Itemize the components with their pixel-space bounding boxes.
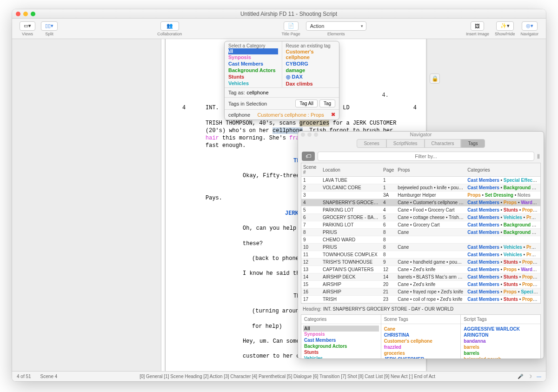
shortcuts-hint: [0] General [1] Scene Heading [2] Action… bbox=[66, 374, 508, 379]
list-item[interactable]: barrels bbox=[464, 344, 538, 350]
table-row[interactable]: 9CHEMO WARD8 bbox=[301, 236, 540, 244]
minimize-icon[interactable] bbox=[23, 12, 28, 16]
list-item[interactable]: Customer's cellphone bbox=[384, 338, 458, 344]
title-page-button[interactable]: 📄 bbox=[284, 21, 299, 31]
table-row[interactable]: 6GROCERY STORE - BACK OF...5Cane • cotta… bbox=[301, 214, 540, 221]
list-item[interactable]: AGGRESSIVE WARLOCK bbox=[464, 326, 538, 332]
table-row[interactable]: 33AHamburger HelperProps • Set Dressing … bbox=[301, 192, 540, 199]
existing-tag-item[interactable]: damage bbox=[286, 67, 336, 73]
remove-tag-icon[interactable]: ✖ bbox=[331, 112, 335, 118]
list-item[interactable]: JERK CUSTOMER bbox=[384, 356, 458, 359]
list-item[interactable]: bandanna bbox=[464, 338, 538, 344]
column-header[interactable]: Location bbox=[321, 163, 381, 177]
tag-all-button[interactable]: Tag All bbox=[295, 100, 317, 107]
column-header[interactable]: Page bbox=[381, 163, 396, 177]
window-controls[interactable] bbox=[16, 12, 35, 16]
table-row[interactable]: 11TOWNHOUSE COMPLEX8Cast Members • Vehic… bbox=[301, 251, 540, 259]
navigator-tabs: ScenesScriptNotesCharactersTags bbox=[298, 137, 544, 150]
scene-table[interactable]: Scene #LocationPagePropsCategories 1LAVA… bbox=[301, 163, 541, 304]
scene-num-left: 4 bbox=[182, 104, 186, 112]
category-item[interactable]: Background Actors bbox=[228, 67, 278, 73]
mic-icon[interactable]: 🎤 bbox=[518, 374, 523, 379]
tag-as-label: Tag as: bbox=[228, 90, 245, 95]
table-row[interactable]: 1LAVA TUBE1Cast Members • Special Effect… bbox=[301, 177, 540, 184]
table-row[interactable]: 13CAPTAIN'S QUARTERS12Cane • Zed's knife… bbox=[301, 266, 540, 273]
existing-tag-item[interactable]: Customer's cellphone bbox=[286, 48, 336, 60]
elements-label: Elements bbox=[327, 32, 345, 36]
zoom-icon[interactable] bbox=[31, 12, 35, 16]
table-row[interactable]: 17TRISH23Cane • coil of rope • Zed's kni… bbox=[301, 296, 540, 303]
table-row[interactable]: 7PARKING LOT6Cane • Grocery CartCast Mem… bbox=[301, 221, 540, 229]
tag-as-input[interactable] bbox=[246, 90, 335, 95]
tag-filter-icon[interactable]: 🏷 bbox=[302, 152, 315, 161]
split-label: Split bbox=[45, 32, 53, 36]
window-title: Untitled Airship FD 11 - Shooting Script bbox=[35, 11, 542, 17]
filter-input[interactable] bbox=[318, 152, 534, 161]
column-header[interactable]: Categories bbox=[465, 163, 540, 177]
table-row[interactable]: 2VOLCANIC CORE1bejeweled pouch • knife •… bbox=[301, 184, 540, 192]
category-item[interactable]: Stunts bbox=[228, 73, 278, 80]
tag-button[interactable]: Tag bbox=[319, 100, 335, 107]
insert-image-button[interactable]: 🖼 bbox=[471, 21, 484, 31]
table-row[interactable]: 5PARKING LOT4Cane • Food • Grocery CartC… bbox=[301, 206, 540, 214]
navigator-button[interactable]: ◎▾ bbox=[522, 21, 538, 31]
table-row[interactable]: 15AIRSHIP20Cane • Zed's knifeCast Member… bbox=[301, 281, 540, 288]
table-row[interactable]: 10PRIUS8CaneCast Members • Vehicles • Pr… bbox=[301, 244, 540, 251]
table-row[interactable]: 8PRIUS8CaneCast Members • Background Act… bbox=[301, 229, 540, 236]
list-item[interactable]: CHRISTINA bbox=[384, 332, 458, 338]
tag-result: Customer's cellphone : Props bbox=[250, 112, 331, 118]
columns-icon[interactable]: ⦀ bbox=[537, 153, 540, 160]
collaboration-button[interactable]: 👥 bbox=[160, 21, 179, 31]
existing-tag-item[interactable]: ◎ DAX bbox=[286, 73, 336, 80]
titlebar: Untitled Airship FD 11 - Shooting Script bbox=[12, 9, 546, 19]
list-item[interactable]: barrels bbox=[464, 350, 538, 356]
insert-image-label: Insert Image bbox=[466, 32, 489, 36]
list-item[interactable]: Background Actors bbox=[304, 343, 378, 349]
scene-num-right: 4 bbox=[413, 104, 417, 112]
table-row[interactable]: 16AIRSHIP21Cane • frayed rope • Zed's kn… bbox=[301, 288, 540, 296]
list-item[interactable]: ARINGTON bbox=[464, 332, 538, 338]
list-item[interactable]: Cane bbox=[384, 326, 458, 332]
list-item[interactable]: Cast Members bbox=[304, 337, 378, 343]
reuse-tag-header: Reuse an existing tag bbox=[286, 43, 336, 48]
toolbar: ▭▾ Views ▯▯▾ Split 👥 Collaboration 📄 Tit… bbox=[12, 19, 546, 39]
navigator-titlebar[interactable]: Navigator bbox=[298, 132, 544, 137]
category-item[interactable]: Cast Members bbox=[228, 60, 278, 67]
nav-tab-scriptnotes[interactable]: ScriptNotes bbox=[386, 139, 425, 148]
table-row[interactable]: 4SNAPBERRY'S GROCERY ST...4Cane • Custom… bbox=[301, 199, 540, 206]
close-icon[interactable] bbox=[16, 12, 20, 16]
existing-tag-item[interactable]: CYBORG bbox=[286, 60, 336, 67]
column-header[interactable]: Props bbox=[396, 163, 465, 177]
nav-tab-characters[interactable]: Characters bbox=[425, 139, 461, 148]
navigator-label: Navigator bbox=[520, 32, 538, 36]
script-tags-header: Script Tags bbox=[461, 315, 540, 324]
column-header[interactable]: Scene # bbox=[301, 163, 321, 177]
views-button[interactable]: ▭▾ bbox=[20, 21, 35, 31]
page-indicator[interactable]: 4 of 51 bbox=[17, 374, 31, 379]
tags-in-selection-label: Tags in Selection bbox=[228, 101, 293, 106]
tagging-panel: Select a Category AllSynposisCast Member… bbox=[224, 41, 339, 120]
collapse-icon[interactable]: — bbox=[537, 374, 541, 379]
title-page-label: Title Page bbox=[281, 32, 300, 36]
nav-tab-scenes[interactable]: Scenes bbox=[357, 139, 386, 148]
list-item[interactable]: bejeweled pouch bbox=[464, 356, 538, 359]
list-item[interactable]: groceries bbox=[384, 350, 458, 356]
navigator-panel: Navigator ScenesScriptNotesCharactersTag… bbox=[298, 131, 544, 359]
existing-tag-item[interactable]: Dax climbs bbox=[286, 80, 336, 86]
split-button[interactable]: ▯▯▾ bbox=[41, 21, 58, 31]
category-item[interactable]: Synposis bbox=[228, 54, 278, 60]
lock-icon[interactable]: 🔒 bbox=[430, 73, 440, 84]
list-item[interactable]: frazzled bbox=[384, 344, 458, 350]
night-mode-icon[interactable]: ☽ bbox=[528, 374, 532, 379]
table-row[interactable]: 14AIRSHIP DECK14barrels • BLASTS Mac's a… bbox=[301, 273, 540, 281]
vertical-ruler[interactable] bbox=[161, 39, 166, 371]
nav-tab-tags[interactable]: Tags bbox=[461, 139, 485, 148]
list-item[interactable]: Vehicles bbox=[304, 355, 378, 359]
table-row[interactable]: 12TRISH'S TOWNHOUSE9Cane • handheld game… bbox=[301, 259, 540, 266]
list-item[interactable]: Stunts bbox=[304, 349, 378, 355]
scene-indicator[interactable]: Scene 4 bbox=[40, 374, 58, 379]
show-hide-button[interactable]: ✨▾ bbox=[496, 21, 514, 31]
element-select[interactable]: Action bbox=[306, 21, 366, 31]
category-item[interactable]: Vehicles bbox=[228, 80, 278, 86]
list-item[interactable]: Synposis bbox=[304, 331, 378, 337]
